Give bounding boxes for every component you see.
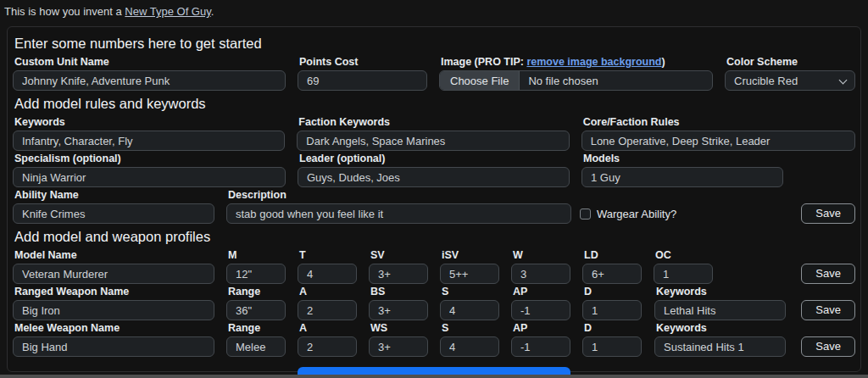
core-faction-rules-label: Core/Faction Rules (583, 116, 855, 128)
ranged-a-input[interactable] (298, 300, 357, 320)
model-stat-w-input[interactable] (511, 264, 570, 284)
row-model-profile: Model Name M T SV iSV W LD OC (13, 249, 855, 284)
model-stat-t-input[interactable] (298, 264, 357, 284)
model-stat-sv-field: SV (369, 249, 428, 284)
melee-ws-input[interactable] (369, 336, 428, 357)
ranged-keywords-field: Keywords (654, 286, 786, 320)
points-cost-input[interactable] (298, 70, 427, 91)
new-type-of-guy-link[interactable]: New Type Of Guy (125, 5, 210, 18)
ability-name-field: Ability Name (13, 189, 214, 224)
ranged-range-field: Range (226, 286, 286, 320)
leader-field: Leader (optional) (298, 153, 570, 187)
specialism-field: Specialism (optional) (13, 153, 286, 187)
model-stat-t-field: T (298, 249, 357, 284)
ranged-s-input[interactable] (440, 300, 499, 320)
ranged-bs-input[interactable] (369, 300, 428, 320)
leader-label: Leader (optional) (299, 153, 570, 164)
points-cost-label: Points Cost (299, 56, 427, 68)
save-melee-weapon-button[interactable]: Save (801, 336, 855, 357)
leader-input[interactable] (298, 167, 570, 187)
ranged-d-label: D (584, 286, 642, 297)
row-melee-weapon: Melee Weapon Name Range A WS S AP D Key (13, 322, 855, 357)
section-title-profiles: Add model and weapon profiles (14, 229, 855, 245)
melee-a-input[interactable] (298, 336, 357, 357)
melee-range-input[interactable] (226, 336, 286, 357)
core-faction-rules-input[interactable] (581, 131, 855, 151)
model-name-field: Model Name (13, 249, 214, 284)
section-title-start: Enter some numbers here to get started (14, 36, 855, 52)
model-stat-isv-label: iSV (442, 249, 499, 261)
melee-weapon-name-label: Melee Weapon Name (14, 322, 214, 334)
ranged-ap-input[interactable] (511, 300, 570, 320)
core-faction-rules-field: Core/Faction Rules (581, 116, 855, 151)
model-stat-sv-label: SV (370, 249, 428, 261)
model-stat-sv-input[interactable] (369, 264, 428, 284)
melee-d-input[interactable] (582, 336, 642, 357)
ranged-ap-label: AP (513, 286, 570, 297)
melee-range-field: Range (226, 322, 286, 357)
melee-d-field: D (582, 322, 642, 357)
remove-image-background-link[interactable]: remove image background (526, 56, 661, 68)
keywords-input[interactable] (13, 131, 285, 151)
ranged-weapon-name-label: Ranged Weapon Name (14, 286, 214, 297)
image-file-input[interactable]: Choose File No file chosen (439, 70, 713, 91)
models-input[interactable] (581, 167, 783, 187)
melee-weapon-name-input[interactable] (13, 336, 214, 357)
ranged-weapon-name-field: Ranged Weapon Name (13, 286, 214, 320)
section-title-rules: Add model rules and keywords (14, 96, 855, 112)
melee-s-label: S (442, 322, 499, 334)
save-ranged-weapon-button[interactable]: Save (801, 300, 855, 320)
specialism-input[interactable] (13, 167, 286, 187)
ability-name-label: Ability Name (14, 189, 214, 201)
wargear-ability-checkbox[interactable] (580, 208, 591, 220)
model-stat-m-label: M (228, 249, 286, 261)
melee-keywords-field: Keywords (654, 322, 786, 357)
melee-d-label: D (584, 322, 642, 334)
model-stat-ld-field: LD (582, 249, 642, 284)
chevron-down-icon (839, 76, 848, 85)
model-stat-t-label: T (299, 249, 357, 261)
ranged-range-input[interactable] (226, 300, 286, 320)
ability-description-field: Description (226, 189, 571, 224)
ranged-weapon-name-input[interactable] (13, 300, 214, 320)
model-stat-m-input[interactable] (226, 264, 286, 284)
model-stat-m-field: M (226, 249, 286, 284)
custom-unit-name-input[interactable] (13, 70, 286, 91)
wargear-ability-group: Wargear Ability? (580, 203, 676, 224)
custom-unit-name-label: Custom Unit Name (14, 56, 286, 68)
ranged-d-input[interactable] (582, 300, 642, 320)
model-stat-oc-field: OC (654, 249, 713, 284)
intro-suffix: . (211, 5, 214, 18)
ranged-bs-field: BS (369, 286, 428, 320)
models-label: Models (583, 153, 783, 164)
ability-name-input[interactable] (13, 203, 214, 224)
wargear-ability-label: Wargear Ability? (597, 208, 676, 220)
image-upload-field: Image (PRO TIP: remove image background)… (439, 56, 713, 91)
melee-s-input[interactable] (440, 336, 499, 357)
custom-unit-name-field: Custom Unit Name (13, 56, 286, 91)
save-ability-button[interactable]: Save (801, 203, 855, 224)
description-input[interactable] (226, 203, 571, 224)
model-stat-oc-input[interactable] (654, 264, 713, 284)
model-name-input[interactable] (13, 264, 214, 284)
model-stat-ld-input[interactable] (582, 264, 642, 284)
melee-ap-label: AP (513, 322, 570, 334)
image-label-suffix: ) (661, 56, 665, 68)
faction-keywords-input[interactable] (297, 131, 569, 151)
description-label: Description (228, 189, 571, 201)
save-model-button[interactable]: Save (801, 264, 855, 284)
row-basic-info: Custom Unit Name Points Cost Image (PRO … (13, 56, 855, 91)
ranged-keywords-input[interactable] (654, 300, 786, 320)
row-keywords: Keywords Faction Keywords Core/Faction R… (13, 116, 855, 151)
choose-file-button[interactable]: Choose File (440, 71, 520, 90)
specialism-label: Specialism (optional) (14, 153, 286, 164)
row-ranged-weapon: Ranged Weapon Name Range A BS S AP D Ke (13, 286, 855, 320)
melee-ws-label: WS (370, 322, 428, 334)
model-stat-isv-input[interactable] (440, 264, 499, 284)
datasheet-form-panel: Enter some numbers here to get started C… (7, 26, 861, 372)
melee-ap-input[interactable] (511, 336, 570, 357)
color-scheme-label: Color Scheme (726, 56, 855, 68)
melee-keywords-input[interactable] (654, 336, 786, 357)
color-scheme-select[interactable]: Crucible Red (725, 70, 855, 91)
image-label-prefix: Image (PRO TIP: (441, 56, 526, 68)
